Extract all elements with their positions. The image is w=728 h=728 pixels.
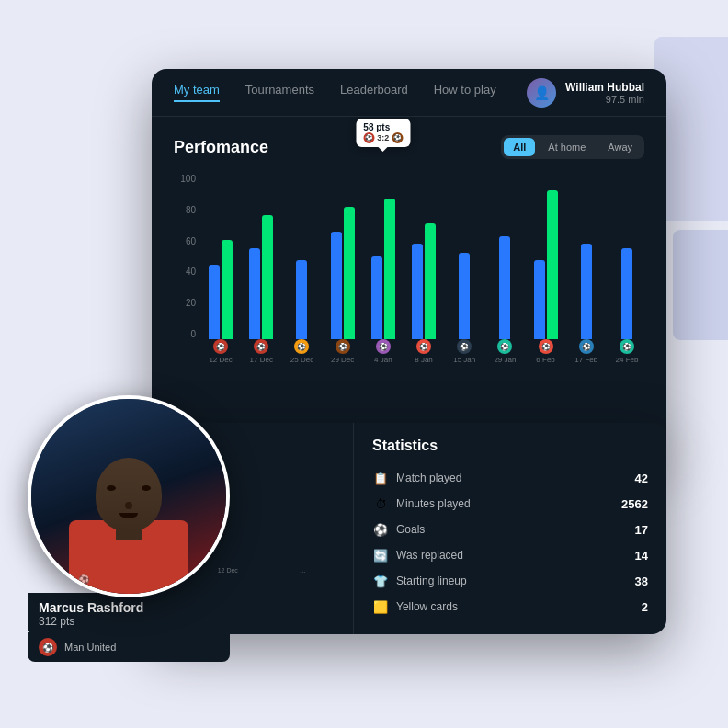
filter-all[interactable]: All [504,138,535,156]
stat-row-5: 🟨Yellow cards2 [372,594,648,620]
bar-tooltip: 58 pts⚽3:2⚽ [356,119,410,147]
x-date-10: 24 Feb [616,356,639,364]
x-axis: ⚽12 Dec⚽17 Dec⚽25 Dec⚽29 Dec⚽4 Jan⚽8 Jan… [203,339,644,376]
bar-blue-1 [249,248,260,339]
stat-label-2: Goals [396,523,425,536]
bar-blue-6 [459,253,470,339]
x-group-7: ⚽29 Jan [487,339,522,376]
user-info: William Hubbal 97.5 mln [565,81,644,105]
nav-item-how-to-play[interactable]: How to play [434,83,496,102]
bar-green-0 [222,240,233,339]
x-date-7: 29 Jan [494,356,516,364]
stat-row-2: ⚽Goals17 [372,517,648,542]
avatar: 👤 [527,78,556,108]
chart-area: Perfomance All At home Away 100 80 60 40… [152,117,666,391]
stat-left-2: ⚽Goals [372,521,425,538]
x-group-2: ⚽25 Dec [284,339,319,376]
stat-value-3: 14 [635,549,648,563]
bar-green-1 [262,215,273,339]
chart-title: Perfomance [174,138,268,157]
player-name: Marcus Rashford [39,600,219,615]
stat-left-5: 🟨Yellow cards [372,598,458,615]
mini-bar-blue-3 [312,496,321,563]
x-date-1: 17 Dec [250,356,273,364]
bar-chart: 100 80 60 40 20 0 58 pts⚽3:2⚽ ⚽12 Dec⚽17… [174,174,644,376]
navigation: My team Tournaments Leaderboard How to p… [152,69,666,117]
bar-group-3 [325,174,360,339]
stat-icon-3: 🔄 [372,547,389,563]
x-date-0: 12 Dec [209,356,232,364]
statistics-panel: Statistics 📋Match played42⏱Minutes playe… [354,423,666,634]
nav-item-tournaments[interactable]: Tournaments [245,83,314,102]
x-date-4: 4 Jan [374,356,392,364]
bar-green-4 [384,199,395,339]
team-icon-5: ⚽ [416,339,431,354]
bar-group-0 [203,174,238,339]
nav-item-leaderboard[interactable]: Leaderboard [340,83,408,102]
bar-pair-9 [569,244,604,339]
team-logo: ⚽ [39,638,57,656]
stat-row-0: 📋Match played42 [372,465,648,491]
bar-pair-7 [487,236,522,339]
mini-x-group-2: ... [267,567,339,589]
stat-value-4: 38 [635,574,648,588]
stat-row-4: 👕Starting lineup38 [372,568,648,594]
y-label-40: 40 [174,267,196,277]
bar-green-3 [344,207,355,339]
team-name: Man United [64,642,116,653]
bar-blue-7 [499,236,510,339]
x-date-3: 29 Dec [331,356,354,364]
main-performance-card: My team Tournaments Leaderboard How to p… [152,69,666,455]
bar-group-5 [406,174,441,339]
stat-left-1: ⏱Minutes played [372,495,471,512]
stat-value-2: 17 [635,523,648,537]
bar-group-9 [569,174,604,339]
bar-pair-10 [609,248,644,339]
team-icon-9: ⚽ [579,339,594,354]
bar-blue-4 [371,256,382,339]
filter-buttons: All At home Away [501,135,644,159]
x-group-0: ⚽12 Dec [203,339,238,376]
x-group-1: ⚽17 Dec [244,339,279,376]
stat-value-1: 2562 [621,497,648,511]
nav-item-my-team[interactable]: My team [174,83,220,102]
stat-label-3: Was replaced [396,549,463,562]
team-icon-10: ⚽ [620,339,634,354]
bg-decoration-2 [673,230,728,340]
stat-icon-1: ⏱ [372,495,389,512]
mini-bar-blue-1 [242,503,251,562]
player-photo: ⚽ [31,399,226,594]
x-date-6: 15 Jan [453,356,475,364]
y-label-20: 20 [174,298,196,308]
team-icon-7: ⚽ [497,339,512,354]
bar-group-6 [447,174,482,339]
team-icon-4: ⚽ [376,339,391,354]
stat-left-0: 📋Match played [372,470,461,486]
filter-at-home[interactable]: At home [539,138,595,156]
bar-green-8 [547,190,558,339]
stat-value-5: 2 [642,600,648,614]
filter-away[interactable]: Away [598,138,642,156]
username: William Hubbal [565,81,644,94]
bar-pair-2 [284,260,319,339]
x-date-5: 8 Jan [415,356,433,364]
x-group-4: ⚽4 Jan [366,339,401,376]
team-icon-8: ⚽ [539,339,553,354]
bar-pair-6 [447,253,482,339]
mini-x-date-2: ... [267,567,339,574]
x-date-9: 17 Feb [574,356,597,364]
x-group-5: ⚽8 Jan [406,339,441,376]
player-avatar: ⚽ [28,395,230,597]
mini-bar-group-3 [304,486,338,563]
stat-row-1: ⏱Minutes played2562 [372,491,648,517]
x-group-10: ⚽24 Feb [609,339,644,376]
team-icon-2: ⚽ [294,339,309,354]
bar-pair-5 [406,223,441,339]
x-date-8: 6 Feb [536,356,554,364]
player-info-bar: Marcus Rashford 312 pts [28,593,230,637]
bar-pair-0 [203,240,238,339]
player-head [96,458,162,531]
bar-blue-5 [412,244,423,339]
team-row: ⚽ Man United [28,632,230,662]
stat-left-3: 🔄Was replaced [372,547,463,563]
